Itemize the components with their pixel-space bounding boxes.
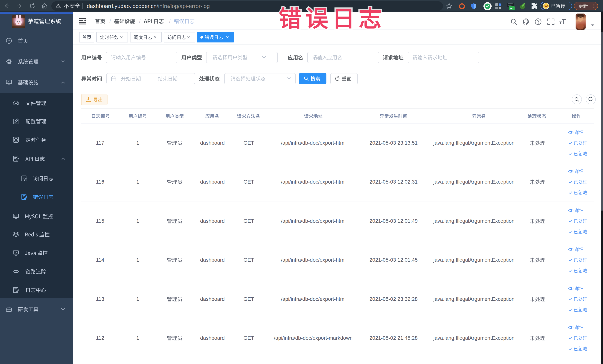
svg-text:on: on <box>510 7 513 10</box>
